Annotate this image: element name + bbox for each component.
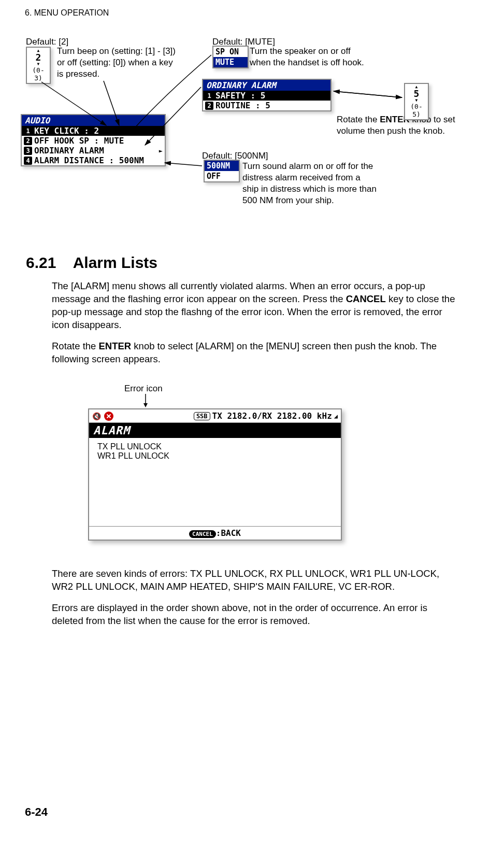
paragraph-1: The [ALARM] menu shows all currently vio… bbox=[52, 280, 456, 332]
error-icon-arrow bbox=[143, 394, 159, 409]
alarm-footer: CANCEL:BACK bbox=[89, 526, 341, 540]
svg-line-0 bbox=[41, 82, 106, 125]
page-number: 6-24 bbox=[25, 805, 48, 819]
svg-line-4 bbox=[334, 91, 402, 97]
alarm-entry: TX PLL UNLOCK bbox=[97, 442, 333, 451]
ssb-badge: SSB bbox=[194, 412, 210, 420]
paragraph-2: Rotate the ENTER knob to select [ALARM] … bbox=[52, 340, 456, 366]
alarm-entry: WR1 PLL UNLOCK bbox=[97, 451, 333, 461]
audio-menu-diagram: Default: [2] Turn beep on (setting: [1] … bbox=[26, 36, 477, 233]
svg-line-5 bbox=[165, 163, 202, 166]
paragraph-4: Errors are displayed in the order shown … bbox=[52, 602, 456, 628]
alarm-screen: SSB TX 2182.0/RX 2182.00 kHz ◢ ALARM TX … bbox=[88, 408, 342, 541]
section-body-2: There are seven kinds of errors: TX PLL … bbox=[52, 568, 456, 636]
error-icon-label: Error icon bbox=[124, 384, 163, 394]
alarm-list: TX PLL UNLOCK WR1 PLL UNLOCK bbox=[89, 438, 341, 526]
error-icon bbox=[104, 412, 113, 421]
svg-line-1 bbox=[104, 81, 119, 125]
cancel-badge: CANCEL bbox=[189, 530, 216, 538]
chapter-header: 6. MENU OPERATION bbox=[25, 8, 109, 18]
frequency-readout: TX 2182.0/RX 2182.00 kHz bbox=[212, 411, 332, 421]
alarm-title: ALARM bbox=[89, 423, 341, 438]
section-body: The [ALARM] menu shows all currently vio… bbox=[52, 280, 456, 374]
speaker-mute-icon bbox=[92, 411, 101, 421]
diagram-arrows bbox=[26, 36, 477, 233]
paragraph-3: There are seven kinds of errors: TX PLL … bbox=[52, 568, 456, 593]
section-heading: 6.21 Alarm Lists bbox=[26, 254, 456, 272]
svg-line-2 bbox=[145, 87, 201, 145]
signal-icon: ◢ bbox=[334, 413, 338, 420]
